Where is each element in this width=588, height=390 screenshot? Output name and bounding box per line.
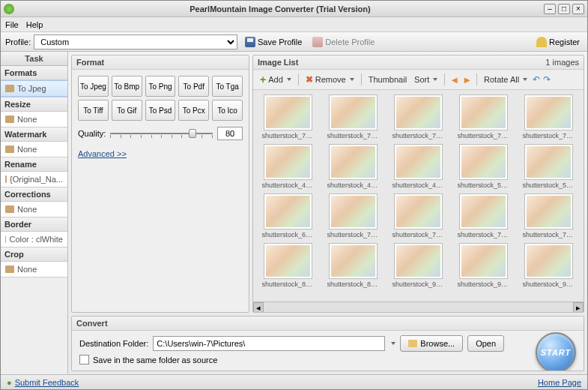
register-button[interactable]: Register — [533, 35, 583, 49]
sidebar-item-resize[interactable]: None — [1, 112, 67, 127]
format-btn-to-bmp[interactable]: To Bmp — [112, 76, 142, 97]
menu-help[interactable]: Help — [26, 20, 43, 29]
sidebar-group-formats[interactable]: Formats — [1, 66, 67, 80]
thumbnails-scroll[interactable]: shutterstock_75987...shutterstock_75987.… — [253, 90, 584, 302]
thumbnail-caption: shutterstock_93763... — [458, 280, 510, 288]
scroll-right-button[interactable]: ▸ — [573, 302, 584, 313]
quality-slider[interactable] — [110, 127, 213, 140]
delete-profile-button[interactable]: Delete Profile — [309, 35, 378, 49]
thumbnail-item[interactable]: shutterstock_75987... — [258, 94, 318, 140]
thumbnail-item[interactable]: shutterstock_70341... — [388, 194, 449, 238]
sidebar-group-watermark[interactable]: Watermark — [1, 128, 67, 142]
thumbnail-item[interactable]: shutterstock_48115... — [388, 144, 449, 189]
dest-input[interactable] — [153, 336, 385, 351]
thumbnail-item[interactable]: shutterstock_75987... — [453, 94, 514, 140]
remove-button[interactable]: ✖Remove — [303, 73, 357, 86]
sidebar-item-border[interactable]: Color : clWhite — [1, 232, 67, 247]
thumbnail-item[interactable]: shutterstock_83199... — [323, 243, 384, 288]
thumbnail-item[interactable]: shutterstock_75987... — [388, 94, 449, 140]
thumbnail-caption: shutterstock_75987... — [327, 132, 380, 140]
close-button[interactable]: × — [572, 4, 584, 14]
thumbnail-item[interactable]: shutterstock_75987... — [323, 94, 384, 140]
thumbnail-caption: shutterstock_55630... — [523, 182, 575, 189]
dest-dropdown[interactable] — [391, 342, 395, 345]
thumbnail-item[interactable]: shutterstock_66900... — [258, 194, 318, 238]
scroll-left-button[interactable]: ◂ — [253, 302, 264, 313]
samefolder-checkbox[interactable] — [79, 355, 89, 364]
thumbnail-item[interactable]: shutterstock_44825... — [258, 144, 318, 189]
advanced-link[interactable]: Advanced >> — [78, 146, 243, 158]
thumbnail-image — [394, 243, 443, 279]
minimize-button[interactable]: – — [544, 4, 556, 14]
home-page-link[interactable]: Home Page — [538, 378, 581, 387]
thumbnail-caption: shutterstock_75987... — [392, 132, 445, 140]
thumbnail-item[interactable]: shutterstock_93763... — [453, 243, 514, 288]
start-button[interactable]: START — [536, 332, 576, 371]
format-btn-to-tga[interactable]: To Tga — [212, 76, 243, 97]
sidebar-group-resize[interactable]: Resize — [1, 98, 67, 112]
thumbnail-button[interactable]: Thumbnail — [366, 74, 409, 86]
maximize-button[interactable]: □ — [558, 4, 570, 14]
key-icon — [536, 37, 547, 47]
thumbnail-image — [459, 194, 508, 230]
sidebar-item-formats[interactable]: To Jpeg — [1, 80, 67, 97]
sidebar-item-corrections[interactable]: None — [1, 202, 67, 217]
rotate-left-icon[interactable]: ↶ — [533, 74, 540, 85]
thumbnail-caption: shutterstock_66900... — [262, 231, 315, 238]
format-btn-to-psd[interactable]: To Psd — [145, 100, 176, 121]
sidebar-group-rename[interactable]: Rename — [1, 158, 67, 172]
format-btn-to-jpeg[interactable]: To Jpeg — [78, 76, 109, 97]
slider-thumb[interactable] — [189, 129, 196, 138]
sidebar-item-rename[interactable]: {Original_Na... — [1, 172, 67, 187]
thumbnail-item[interactable]: shutterstock_44825... — [323, 144, 384, 189]
prev-button[interactable]: ◄ — [449, 74, 459, 86]
browse-button[interactable]: Browse... — [400, 335, 463, 352]
rotate-right-icon[interactable]: ↷ — [543, 74, 551, 85]
titlebar: PearlMountain Image Converter (Trial Ver… — [1, 1, 587, 17]
open-button[interactable]: Open — [467, 335, 504, 352]
save-profile-button[interactable]: Save Profile — [242, 35, 305, 49]
format-btn-to-pdf[interactable]: To Pdf — [178, 76, 209, 97]
menu-file[interactable]: File — [5, 20, 19, 29]
thumbnail-caption: shutterstock_70341... — [392, 231, 445, 238]
format-btn-to-ico[interactable]: To Ico — [212, 100, 243, 121]
app-icon — [4, 4, 14, 14]
thumbnail-item[interactable]: shutterstock_75987... — [518, 194, 579, 238]
submit-feedback-link[interactable]: Submit Feedback — [15, 378, 79, 387]
thumbnail-item[interactable]: shutterstock_95676... — [518, 243, 579, 288]
sidebar-item-watermark[interactable]: None — [1, 142, 67, 157]
thumbnail-item[interactable]: shutterstock_72193... — [453, 194, 514, 238]
menubar: File Help — [1, 17, 587, 32]
thumbnail-item[interactable]: shutterstock_70051... — [323, 194, 384, 238]
sidebar-header: Task — [1, 52, 67, 66]
thumbnail-image — [459, 144, 508, 180]
sidebar-item-crop[interactable]: None — [1, 262, 67, 277]
chevron-down-icon — [287, 78, 291, 81]
body-area: Task FormatsTo JpegResizeNoneWatermarkNo… — [1, 52, 587, 374]
thumbnail-item[interactable]: shutterstock_55630... — [518, 144, 579, 189]
item-icon — [5, 236, 6, 243]
statusbar: ● Submit Feedback Home Page — [1, 374, 587, 389]
format-btn-to-png[interactable]: To Png — [145, 76, 176, 97]
sort-button[interactable]: Sort — [412, 74, 440, 86]
rotate-all-button[interactable]: Rotate All — [482, 74, 530, 86]
format-btn-to-gif[interactable]: To Gif — [112, 100, 142, 121]
format-btn-to-pcx[interactable]: To Pcx — [178, 100, 209, 121]
quality-value[interactable]: 80 — [217, 127, 243, 140]
sidebar-group-crop[interactable]: Crop — [1, 248, 67, 262]
main-area: Format To JpegTo BmpTo PngTo PdfTo TgaTo… — [68, 52, 587, 374]
next-button[interactable]: ► — [462, 74, 472, 86]
delete-icon — [312, 37, 323, 47]
sidebar-group-corrections[interactable]: Corrections — [1, 188, 67, 202]
imagelist-toolbar: +Add ✖Remove Thumbnail Sort ◄ ► Rotate A… — [253, 70, 584, 90]
horizontal-scrollbar[interactable]: ◂ ▸ — [253, 302, 584, 312]
thumbnail-item[interactable]: shutterstock_52322... — [453, 144, 514, 189]
thumbnail-caption: shutterstock_80504... — [262, 280, 315, 288]
thumbnail-item[interactable]: shutterstock_93613... — [388, 243, 449, 288]
thumbnail-item[interactable]: shutterstock_75987... — [518, 94, 579, 140]
format-btn-to-tiff[interactable]: To Tiff — [78, 100, 109, 121]
sidebar-group-border[interactable]: Border — [1, 218, 67, 232]
profile-select[interactable]: Custom — [34, 34, 237, 50]
add-button[interactable]: +Add — [258, 72, 294, 87]
thumbnail-item[interactable]: shutterstock_80504... — [258, 243, 318, 288]
